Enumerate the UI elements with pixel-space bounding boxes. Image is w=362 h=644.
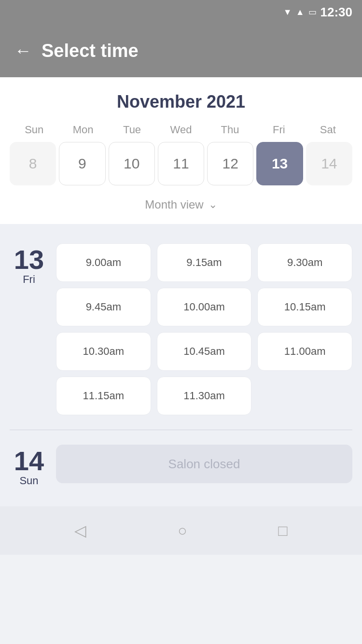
time-slot-1030am[interactable]: 10.30am — [56, 332, 151, 371]
weekday-sat: Sat — [304, 124, 352, 136]
home-nav-icon[interactable]: ○ — [178, 522, 187, 540]
month-year-title: November 2021 — [10, 92, 352, 112]
day-name-14: Sun — [19, 475, 38, 487]
day-block-13: 13 Fri 9.00am 9.15am 9.30am 9.45am 10.00… — [10, 234, 352, 425]
day-label-14: 14 Sun — [10, 445, 48, 487]
status-bar: ▼ ▲ ▭ 12:30 — [0, 0, 362, 24]
back-button[interactable]: ← — [14, 42, 32, 59]
weekday-mon: Mon — [58, 124, 107, 136]
weekday-thu: Thu — [206, 124, 254, 136]
status-icons: ▼ ▲ ▭ 12:30 — [283, 5, 352, 20]
status-time: 12:30 — [320, 5, 353, 20]
time-section: 13 Fri 9.00am 9.15am 9.30am 9.45am 10.00… — [0, 224, 362, 506]
battery-icon: ▭ — [308, 7, 317, 17]
header: ← Select time — [0, 24, 362, 77]
slots-grid-13: 9.00am 9.15am 9.30am 9.45am 10.00am 10.1… — [56, 243, 352, 415]
time-slot-1130am[interactable]: 11.30am — [157, 377, 252, 415]
time-slot-930am[interactable]: 9.30am — [257, 243, 352, 282]
day-number-13: 13 — [14, 246, 44, 273]
day-block-14: 14 Sun Salon closed — [10, 435, 352, 497]
day-label-13: 13 Fri — [10, 243, 48, 415]
time-slot-915am[interactable]: 9.15am — [157, 243, 252, 282]
day-number-14: 14 — [14, 448, 44, 475]
weekday-wed: Wed — [156, 124, 205, 136]
weekday-row: Sun Mon Tue Wed Thu Fri Sat — [10, 124, 352, 136]
calendar-section: November 2021 Sun Mon Tue Wed Thu Fri Sa… — [0, 77, 362, 224]
month-view-toggle[interactable]: Month view ⌄ — [10, 193, 352, 214]
weekday-fri: Fri — [254, 124, 303, 136]
signal-icon: ▲ — [296, 7, 305, 17]
chevron-down-icon: ⌄ — [209, 198, 217, 211]
weekday-sun: Sun — [10, 124, 58, 136]
day-name-13: Fri — [23, 273, 35, 286]
date-cell-11[interactable]: 11 — [158, 142, 204, 185]
date-row: 8 9 10 11 12 13 14 — [10, 142, 352, 185]
time-slot-1115am[interactable]: 11.15am — [56, 377, 151, 415]
time-slot-945am[interactable]: 9.45am — [56, 288, 151, 326]
wifi-icon: ▼ — [283, 7, 292, 17]
nav-bar: ◁ ○ □ — [0, 506, 362, 555]
recent-nav-icon[interactable]: □ — [278, 522, 287, 540]
month-view-label: Month view — [145, 198, 203, 211]
date-cell-13[interactable]: 13 — [256, 142, 303, 185]
divider — [10, 430, 352, 430]
date-cell-14[interactable]: 14 — [306, 142, 352, 185]
date-cell-12[interactable]: 12 — [207, 142, 253, 185]
page-title: Select time — [42, 41, 139, 61]
date-cell-10[interactable]: 10 — [109, 142, 155, 185]
salon-closed-message: Salon closed — [56, 445, 352, 483]
weekday-tue: Tue — [108, 124, 156, 136]
time-slot-900am[interactable]: 9.00am — [56, 243, 151, 282]
time-slot-1045am[interactable]: 10.45am — [157, 332, 252, 371]
date-cell-9[interactable]: 9 — [59, 142, 105, 185]
time-slot-1015am[interactable]: 10.15am — [257, 288, 352, 326]
date-cell-8[interactable]: 8 — [10, 142, 56, 185]
time-slot-1000am[interactable]: 10.00am — [157, 288, 252, 326]
time-slot-1100am[interactable]: 11.00am — [257, 332, 352, 371]
back-nav-icon[interactable]: ◁ — [74, 521, 86, 540]
